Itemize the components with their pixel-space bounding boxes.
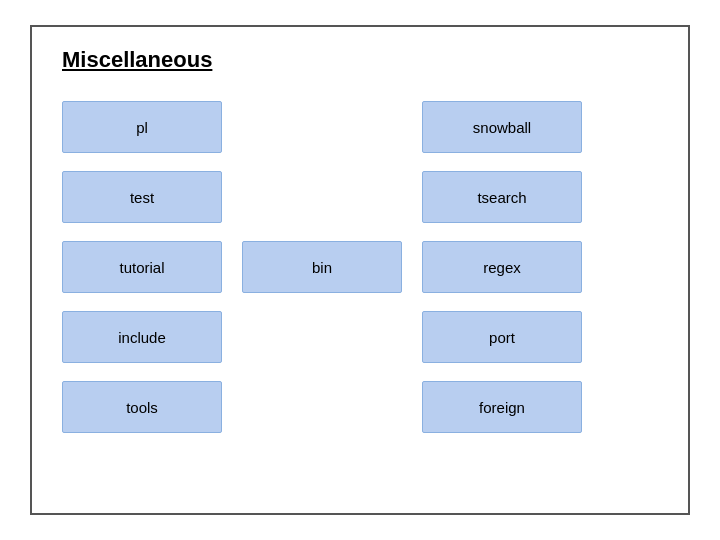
box-pl[interactable]: pl — [62, 101, 222, 153]
box-include[interactable]: include — [62, 311, 222, 363]
box-tutorial[interactable]: tutorial — [62, 241, 222, 293]
empty-r4c2 — [242, 311, 402, 363]
box-bin[interactable]: bin — [242, 241, 402, 293]
empty-r1c2 — [242, 101, 402, 153]
box-snowball[interactable]: snowball — [422, 101, 582, 153]
box-port[interactable]: port — [422, 311, 582, 363]
box-test[interactable]: test — [62, 171, 222, 223]
page-title: Miscellaneous — [62, 47, 658, 73]
box-regex[interactable]: regex — [422, 241, 582, 293]
grid-layout: pl snowball test tsearch tutorial bin re… — [62, 97, 658, 437]
box-tsearch[interactable]: tsearch — [422, 171, 582, 223]
box-tools[interactable]: tools — [62, 381, 222, 433]
main-container: Miscellaneous pl snowball test tsearch t… — [30, 25, 690, 515]
empty-r2c2 — [242, 171, 402, 223]
box-foreign[interactable]: foreign — [422, 381, 582, 433]
empty-r5c2 — [242, 381, 402, 433]
